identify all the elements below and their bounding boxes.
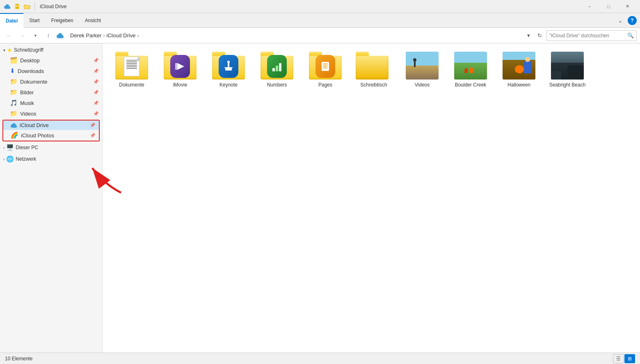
sidebar-item-icloud-drive[interactable]: iCloud Drive 📌 [3,121,99,130]
minimize-button[interactable]: − [580,0,599,13]
search-input[interactable] [549,33,626,39]
dieser-pc-icon: 🖥️ [6,144,14,151]
dropdown-history-button[interactable]: ▾ [30,30,41,41]
sidebar-item-downloads[interactable]: ⬇ Downloads 📌 [0,66,102,76]
ribbon-collapse-button[interactable]: ⌄ [615,15,626,26]
back-button[interactable]: ← [3,30,15,41]
icloud-photos-icon: 🌈 [11,132,18,139]
keynote-folder-icon [212,52,245,80]
svg-rect-14 [323,64,328,64]
icloud-photos-pin-icon: 📌 [90,133,96,138]
save-icon[interactable] [13,2,21,11]
quick-access-star-icon: ★ [7,47,12,53]
videos-label: Videos [415,82,430,89]
desktop-folder-icon: 🗂️ [10,57,18,64]
titlebar-separator [34,2,35,11]
schreibtisch-label: Schreibtisch [360,82,387,89]
tab-start[interactable]: Start [23,13,45,28]
musik-pin-icon: 📌 [93,100,99,106]
desktop-label: Desktop [20,57,40,64]
breadcrumb-sep2: › [137,33,139,39]
downloads-pin-icon: 📌 [93,68,99,74]
icloud-highlight-box: iCloud Drive 📌 🌈 iCloud Photos 📌 [2,120,100,141]
sidebar-item-videos[interactable]: 📁 Videos 📌 [0,108,102,119]
numbers-label: Numbers [267,82,287,89]
titlebar-controls: − □ ✕ [580,0,637,13]
refresh-button[interactable]: ↻ [534,30,545,41]
videos-pin-icon: 📌 [93,111,99,116]
path-dropdown-button[interactable]: ▾ [524,32,533,40]
content-item-pages[interactable]: Pages [303,48,348,92]
list-view-button[interactable]: ☰ [613,354,624,363]
desktop-pin-icon: 📌 [93,58,99,63]
videos-sidebar-label: Videos [20,111,37,117]
icloud-drive-icon [11,123,17,128]
icloud-drive-pin-icon: 📌 [90,123,96,128]
netzwerk-chevron: › [3,157,5,162]
svg-marker-4 [178,63,184,70]
up-button[interactable]: ↑ [43,30,54,41]
quick-access-header[interactable]: ▾ ★ Schnellzugriff [0,45,102,55]
content-item-keynote[interactable]: Keynote [206,48,251,92]
dokumente-pin-icon: 📌 [93,79,99,84]
content-item-imovie[interactable]: iMovie [158,48,203,92]
videos-thumb [406,52,439,80]
breadcrumb-sep1: › [103,33,105,39]
pages-app-icon [315,55,335,78]
imovie-label: iMovie [173,82,187,89]
content-item-halloween[interactable]: Halloween [496,48,542,92]
dieser-pc-label: Dieser PC [16,145,38,150]
sidebar-item-bilder[interactable]: 📁 Bilder 📌 [0,87,102,98]
tab-ansicht[interactable]: Ansicht [79,13,107,28]
seabright-thumb [551,52,584,80]
bilder-label: Bilder [20,89,34,96]
keynote-app-icon [219,55,238,78]
dieser-pc-section: › 🖥️ Dieser PC [0,142,102,153]
content-item-boulder-creek[interactable]: Boulder Creek [448,48,493,92]
content-item-numbers[interactable]: Numbers [254,48,299,92]
ribbon-right: ⌄ ? [615,15,640,26]
close-button[interactable]: ✕ [618,0,637,13]
search-icon[interactable]: 🔍 [627,32,634,39]
forward-button[interactable]: → [16,30,28,41]
address-path[interactable]: Derek Parker › iCloud Drive › [66,30,523,41]
svg-rect-12 [279,63,281,71]
content-area: Dokumente iMovie [103,43,640,353]
svg-rect-10 [272,68,275,71]
netzwerk-section: › 🌐 Netzwerk [0,154,102,164]
ribbon-help-button[interactable]: ? [628,16,637,25]
detail-view-button[interactable]: ⊞ [624,354,635,363]
dokumente-label: Dokumente [20,79,47,85]
pages-folder-icon [309,52,342,80]
status-count: 10 Elemente [5,356,32,362]
addressbar: ← → ▾ ↑ Derek Parker › iCloud Drive › ▾ … [0,28,640,43]
content-item-videos[interactable]: Videos [400,48,445,92]
svg-rect-6 [224,67,233,68]
svg-rect-3 [16,7,19,8]
content-item-seabright[interactable]: Seabright Beach [545,48,590,92]
sidebar-item-musik[interactable]: 🎵 Musik 📌 [0,98,102,108]
imovie-app-icon [170,55,190,78]
tab-freigeben[interactable]: Freigeben [46,13,79,28]
main-layout: ▾ ★ Schnellzugriff 🗂️ Desktop 📌 ⬇ Downlo… [0,43,640,353]
sidebar-item-dokumente[interactable]: 📁 Dokumente 📌 [0,76,102,87]
icloud-drive-label: iCloud Drive [20,122,49,128]
dieser-pc-header[interactable]: › 🖥️ Dieser PC [0,142,102,153]
svg-rect-11 [276,66,278,71]
statusbar: 10 Elemente ☰ ⊞ [0,353,640,364]
content-item-schreibtisch[interactable]: Schreibtisch [351,48,396,92]
numbers-app-icon [267,55,287,78]
icloud-titlebar-icon [3,2,11,11]
icloud-photos-label: iCloud Photos [21,132,54,139]
netzwerk-header[interactable]: › 🌐 Netzwerk [0,154,102,164]
content-item-dokumente[interactable]: Dokumente [109,48,154,92]
seabright-label: Seabright Beach [549,82,586,89]
titlebar-quick-access [3,2,37,11]
dokumente-folder-icon [115,52,148,80]
maximize-button[interactable]: □ [599,0,618,13]
ribbon: Datei Start Freigeben Ansicht ⌄ ? [0,13,640,28]
tab-datei[interactable]: Datei [0,13,23,28]
sidebar-item-icloud-photos[interactable]: 🌈 iCloud Photos 📌 [3,130,99,141]
sidebar-item-desktop[interactable]: 🗂️ Desktop 📌 [0,55,102,66]
titlebar-title: iCloud Drive [40,4,580,9]
